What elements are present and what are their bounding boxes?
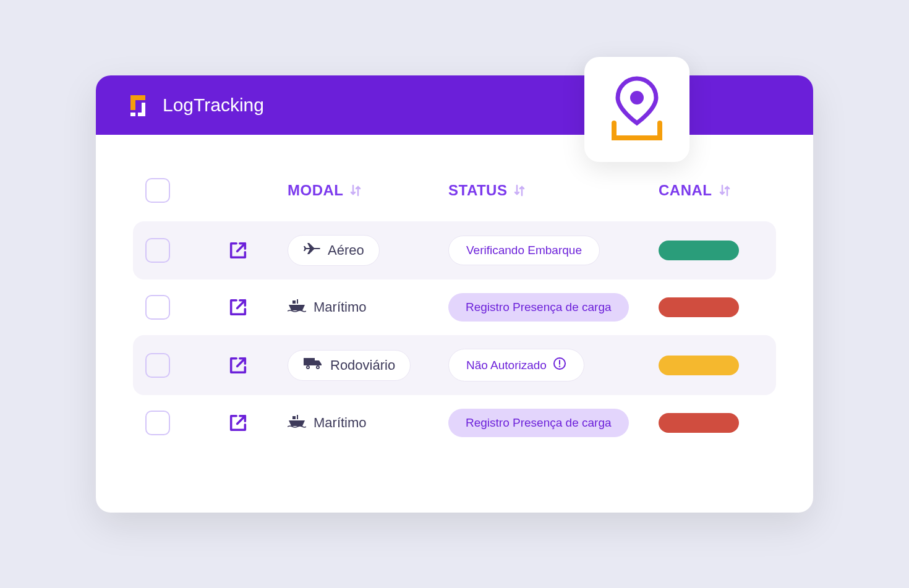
- canal-indicator: [659, 241, 739, 260]
- canal-indicator: [659, 413, 739, 433]
- table-row: MarítimoRegistro Presença de carga: [133, 395, 776, 451]
- external-link-icon[interactable]: [201, 355, 275, 376]
- status-pill: Registro Presença de carga: [448, 293, 629, 322]
- canal-cell: [659, 413, 764, 433]
- modal-cell: Marítimo: [288, 414, 436, 432]
- external-link-icon[interactable]: [201, 412, 275, 433]
- header: LogTracking: [96, 75, 813, 135]
- plane-icon: [303, 242, 320, 259]
- status-pill: Verificando Embarque: [448, 236, 600, 265]
- svg-rect-15: [297, 415, 298, 419]
- modal-label: Aéreo: [328, 242, 364, 258]
- status-label: Verificando Embarque: [466, 244, 582, 257]
- logo-icon: [126, 93, 150, 117]
- table-row: MarítimoRegistro Presença de carga: [133, 279, 776, 335]
- row-checkbox[interactable]: [145, 411, 170, 435]
- status-cell: Não Autorizado: [448, 349, 646, 381]
- canal-indicator: [659, 356, 739, 375]
- modal-label: Marítimo: [314, 415, 367, 431]
- canal-cell: [659, 241, 764, 260]
- external-link-icon[interactable]: [201, 297, 275, 318]
- status-label: Registro Presença de carga: [466, 300, 612, 314]
- svg-rect-2: [142, 103, 145, 115]
- ship-icon: [288, 299, 306, 316]
- alert-icon: [553, 357, 566, 373]
- status-label: Não Autorizado: [466, 359, 547, 372]
- status-label: Registro Presença de carga: [466, 416, 612, 430]
- modal-cell: Aéreo: [288, 235, 436, 266]
- modal-label: Rodoviário: [330, 357, 395, 373]
- column-label: CANAL: [659, 182, 712, 199]
- modal-cell: Rodoviário: [288, 350, 436, 381]
- svg-point-10: [317, 366, 318, 367]
- table-row: RodoviárioNão Autorizado: [133, 335, 776, 395]
- table-row: AéreoVerificando Embarque: [133, 221, 776, 279]
- svg-rect-5: [297, 299, 298, 304]
- row-checkbox[interactable]: [145, 238, 170, 263]
- table-body: AéreoVerificando EmbarqueMarítimoRegistr…: [133, 221, 776, 451]
- column-label: MODAL: [288, 182, 343, 199]
- svg-point-8: [307, 366, 309, 367]
- sort-icon: [719, 183, 731, 198]
- svg-rect-4: [292, 300, 296, 304]
- row-checkbox[interactable]: [145, 295, 170, 320]
- sort-icon: [349, 183, 362, 198]
- row-checkbox[interactable]: [145, 353, 170, 378]
- svg-point-13: [559, 365, 560, 367]
- app-title: LogTracking: [163, 95, 264, 116]
- table-content: MODAL STATUS CANAL: [96, 135, 813, 513]
- column-header-modal[interactable]: MODAL: [288, 182, 436, 199]
- svg-rect-6: [304, 358, 315, 365]
- canal-cell: [659, 356, 764, 375]
- svg-rect-14: [292, 416, 296, 419]
- sort-icon: [513, 183, 526, 198]
- svg-point-3: [630, 91, 644, 104]
- modal-label: Marítimo: [314, 299, 367, 315]
- external-link-icon[interactable]: [201, 240, 275, 261]
- truck-icon: [303, 357, 323, 374]
- modal-cell: Marítimo: [288, 299, 436, 316]
- select-all-checkbox[interactable]: [145, 178, 170, 203]
- status-pill: Não Autorizado: [448, 349, 584, 381]
- table-header: MODAL STATUS CANAL: [133, 178, 776, 221]
- column-label: STATUS: [448, 182, 507, 199]
- canal-cell: [659, 297, 764, 317]
- location-badge: [584, 57, 689, 162]
- status-cell: Registro Presença de carga: [448, 293, 646, 322]
- column-header-canal[interactable]: CANAL: [659, 182, 764, 199]
- status-pill: Registro Presença de carga: [448, 409, 629, 437]
- status-cell: Registro Presença de carga: [448, 409, 646, 437]
- tracking-card: LogTracking MODAL STATUS: [96, 75, 813, 513]
- status-cell: Verificando Embarque: [448, 236, 646, 265]
- canal-indicator: [659, 297, 739, 317]
- ship-icon: [288, 414, 306, 432]
- column-header-status[interactable]: STATUS: [448, 182, 646, 199]
- svg-rect-0: [130, 113, 135, 116]
